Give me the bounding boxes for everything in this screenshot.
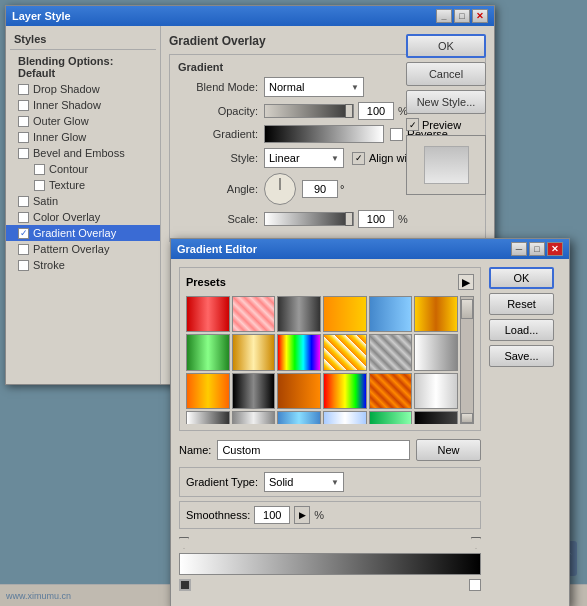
name-input[interactable]: Custom: [217, 440, 410, 460]
sidebar-item-blending[interactable]: Blending Options: Default: [6, 53, 160, 81]
preset-19[interactable]: [186, 411, 230, 424]
gradient-overlay-checkbox[interactable]: [18, 228, 29, 239]
preset-7[interactable]: [186, 334, 230, 370]
gradient-label: Gradient:: [178, 128, 258, 140]
cancel-button[interactable]: Cancel: [406, 62, 486, 86]
scale-unit: %: [398, 213, 408, 225]
sidebar-item-satin[interactable]: Satin: [6, 193, 160, 209]
contour-label: Contour: [49, 163, 88, 175]
texture-checkbox[interactable]: [34, 180, 45, 191]
smoothness-stepper[interactable]: ▶: [294, 506, 310, 524]
sidebar-item-inner-shadow[interactable]: Inner Shadow: [6, 97, 160, 113]
sidebar-item-contour[interactable]: Contour: [6, 161, 160, 177]
ge-right-buttons: OK Reset Load... Save...: [489, 267, 561, 599]
satin-label: Satin: [33, 195, 58, 207]
right-buttons: OK Cancel New Style... ✓ Preview: [406, 34, 486, 195]
ok-button[interactable]: OK: [406, 34, 486, 58]
blend-mode-dropdown[interactable]: Normal ▼: [264, 77, 364, 97]
gradient-preview[interactable]: [264, 125, 384, 143]
reverse-checkbox[interactable]: [390, 128, 403, 141]
new-style-button[interactable]: New Style...: [406, 90, 486, 114]
scale-input[interactable]: 100: [358, 210, 394, 228]
preset-8[interactable]: [232, 334, 276, 370]
preset-18[interactable]: [414, 373, 458, 409]
color-stop-right[interactable]: [469, 579, 481, 591]
stroke-checkbox[interactable]: [18, 260, 29, 271]
sidebar-item-inner-glow[interactable]: Inner Glow: [6, 129, 160, 145]
preset-9[interactable]: [277, 334, 321, 370]
presets-scrollbar[interactable]: [460, 296, 474, 424]
preview-row: ✓ Preview: [406, 118, 486, 131]
layer-style-titlebar: Layer Style _ □ ✕: [6, 6, 494, 26]
minimize-btn[interactable]: _: [436, 9, 452, 23]
close-btn[interactable]: ✕: [472, 9, 488, 23]
preset-20[interactable]: [232, 411, 276, 424]
preset-23[interactable]: [369, 411, 413, 424]
ge-load-button[interactable]: Load...: [489, 319, 554, 341]
sidebar-item-color-overlay[interactable]: Color Overlay: [6, 209, 160, 225]
inner-glow-checkbox[interactable]: [18, 132, 29, 143]
preset-16[interactable]: [323, 373, 367, 409]
opacity-slider[interactable]: [264, 104, 354, 118]
smoothness-input[interactable]: 100: [254, 506, 290, 524]
preset-1[interactable]: [186, 296, 230, 332]
preset-6[interactable]: [414, 296, 458, 332]
sidebar-item-gradient-overlay[interactable]: Gradient Overlay: [6, 225, 160, 241]
sidebar-item-outer-glow[interactable]: Outer Glow: [6, 113, 160, 129]
bevel-checkbox[interactable]: [18, 148, 29, 159]
preset-15[interactable]: [277, 373, 321, 409]
color-stop-left[interactable]: [179, 579, 191, 591]
angle-label: Angle:: [178, 183, 258, 195]
ge-maximize[interactable]: □: [529, 242, 545, 256]
style-label: Style:: [178, 152, 258, 164]
preset-24[interactable]: [414, 411, 458, 424]
pattern-overlay-checkbox[interactable]: [18, 244, 29, 255]
gradient-editor-title: Gradient Editor: [177, 243, 257, 255]
sidebar-item-texture[interactable]: Texture: [6, 177, 160, 193]
color-overlay-checkbox[interactable]: [18, 212, 29, 223]
preset-12[interactable]: [414, 334, 458, 370]
preset-13[interactable]: [186, 373, 230, 409]
maximize-btn[interactable]: □: [454, 9, 470, 23]
preset-4[interactable]: [323, 296, 367, 332]
sidebar-item-bevel[interactable]: Bevel and Emboss: [6, 145, 160, 161]
preview-checkbox[interactable]: ✓: [406, 118, 419, 131]
contour-checkbox[interactable]: [34, 164, 45, 175]
angle-input[interactable]: 90: [302, 180, 338, 198]
opacity-slider-container: 100 %: [264, 102, 408, 120]
align-checkbox[interactable]: ✓: [352, 152, 365, 165]
sidebar-item-pattern-overlay[interactable]: Pattern Overlay: [6, 241, 160, 257]
ge-close[interactable]: ✕: [547, 242, 563, 256]
preset-2[interactable]: [232, 296, 276, 332]
inner-shadow-checkbox[interactable]: [18, 100, 29, 111]
blend-mode-label: Blend Mode:: [178, 81, 258, 93]
sidebar-item-drop-shadow[interactable]: Drop Shadow: [6, 81, 160, 97]
opacity-input[interactable]: 100: [358, 102, 394, 120]
satin-checkbox[interactable]: [18, 196, 29, 207]
preset-22[interactable]: [323, 411, 367, 424]
opacity-stop-left[interactable]: [179, 537, 189, 549]
ge-ok-button[interactable]: OK: [489, 267, 554, 289]
angle-dial[interactable]: [264, 173, 296, 205]
ge-minimize[interactable]: ─: [511, 242, 527, 256]
preset-11[interactable]: [369, 334, 413, 370]
gradient-main-bar[interactable]: [179, 553, 481, 575]
outer-glow-checkbox[interactable]: [18, 116, 29, 127]
preset-10[interactable]: [323, 334, 367, 370]
drop-shadow-checkbox[interactable]: [18, 84, 29, 95]
stroke-label: Stroke: [33, 259, 65, 271]
new-gradient-button[interactable]: New: [416, 439, 481, 461]
gradient-type-dropdown[interactable]: Solid ▼: [264, 472, 344, 492]
opacity-stop-right[interactable]: [471, 537, 481, 549]
style-dropdown[interactable]: Linear ▼: [264, 148, 344, 168]
preset-5[interactable]: [369, 296, 413, 332]
preset-17[interactable]: [369, 373, 413, 409]
scale-slider[interactable]: [264, 212, 354, 226]
ge-save-button[interactable]: Save...: [489, 345, 554, 367]
preset-21[interactable]: [277, 411, 321, 424]
preset-14[interactable]: [232, 373, 276, 409]
sidebar-item-stroke[interactable]: Stroke: [6, 257, 160, 273]
preset-3[interactable]: [277, 296, 321, 332]
ge-reset-button[interactable]: Reset: [489, 293, 554, 315]
presets-expand-btn[interactable]: ▶: [458, 274, 474, 290]
